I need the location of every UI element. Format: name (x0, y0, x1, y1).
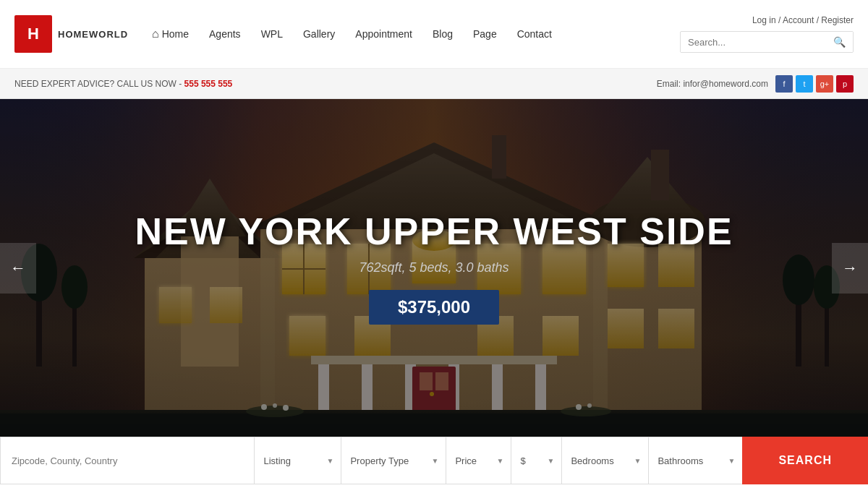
twitter-icon[interactable]: t (796, 75, 813, 93)
hero-subtitle: 762sqft, 5 beds, 3.0 baths (135, 260, 733, 275)
search-input[interactable] (681, 33, 826, 52)
header-search: 🔍 (680, 31, 854, 53)
bathrooms-select-wrap[interactable]: Bathrooms ▼ (648, 437, 742, 484)
info-bar: NEED EXPERT ADVICE? CALL US NOW - 555 55… (0, 69, 868, 99)
currency-select-wrap[interactable]: $ ▼ (511, 437, 561, 484)
top-navigation: H HOMEWORLD Home Agents WPL Gallery Appo… (0, 0, 868, 69)
search-bottom-bar: Listing ▼ Property Type ▼ Price ▼ $ ▼ Be… (0, 437, 868, 484)
property-type-select-wrap[interactable]: Property Type ▼ (341, 437, 446, 484)
nav-page[interactable]: Page (473, 28, 497, 40)
nav-wpl[interactable]: WPL (261, 28, 283, 40)
pinterest-icon[interactable]: p (836, 75, 854, 93)
property-type-select[interactable]: Property Type (350, 455, 437, 466)
googleplus-icon[interactable]: g+ (816, 75, 833, 93)
bathrooms-select[interactable]: Bathrooms (658, 455, 733, 466)
hero-price: $375,000 (369, 290, 499, 325)
search-button[interactable]: Search (742, 437, 868, 484)
nav-gallery[interactable]: Gallery (303, 28, 335, 40)
info-bar-left: NEED EXPERT ADVICE? CALL US NOW - 555 55… (14, 79, 232, 89)
currency-select[interactable]: $ (520, 455, 553, 466)
nav-home[interactable]: Home (152, 27, 189, 40)
hero-title: NEW YORK UPPER WEST SIDE (135, 211, 733, 252)
location-input[interactable] (0, 437, 254, 484)
logo-area: H HOMEWORLD (14, 15, 130, 53)
email-text: Email: infor@homeword.com (657, 79, 768, 89)
hero-next-arrow[interactable]: → (832, 243, 868, 294)
nav-contact[interactable]: Contact (517, 28, 552, 40)
listing-select[interactable]: Listing (263, 455, 332, 466)
price-select[interactable]: Price (455, 455, 502, 466)
hero-content: NEW YORK UPPER WEST SIDE 762sqft, 5 beds… (135, 211, 733, 324)
main-nav: Home Agents WPL Gallery Appointment Blog… (130, 27, 665, 40)
nav-appointment[interactable]: Appointment (355, 28, 412, 40)
phone-number[interactable]: 555 555 555 (184, 79, 233, 89)
social-icons: f t g+ p (775, 75, 854, 93)
hero-prev-arrow[interactable]: ← (0, 243, 36, 294)
auth-links[interactable]: Log in / Account / Register (752, 15, 854, 25)
facebook-icon[interactable]: f (775, 75, 793, 93)
bedrooms-select-wrap[interactable]: Bedrooms ▼ (561, 437, 648, 484)
search-button-header[interactable]: 🔍 (826, 32, 853, 52)
nav-blog[interactable]: Blog (433, 28, 453, 40)
listing-select-wrap[interactable]: Listing ▼ (254, 437, 341, 484)
hero-section: ← → NEW YORK UPPER WEST SIDE 762sqft, 5 … (0, 99, 868, 437)
price-select-wrap[interactable]: Price ▼ (446, 437, 511, 484)
brand-name: HOMEWORLD (58, 29, 128, 40)
nav-agents[interactable]: Agents (209, 28, 241, 40)
advice-text: NEED EXPERT ADVICE? CALL US NOW - (14, 79, 182, 89)
info-bar-right: Email: infor@homeword.com f t g+ p (657, 75, 854, 93)
logo-icon[interactable]: H (14, 15, 52, 53)
top-right-area: Log in / Account / Register 🔍 (665, 15, 854, 53)
bedrooms-select[interactable]: Bedrooms (571, 455, 639, 466)
